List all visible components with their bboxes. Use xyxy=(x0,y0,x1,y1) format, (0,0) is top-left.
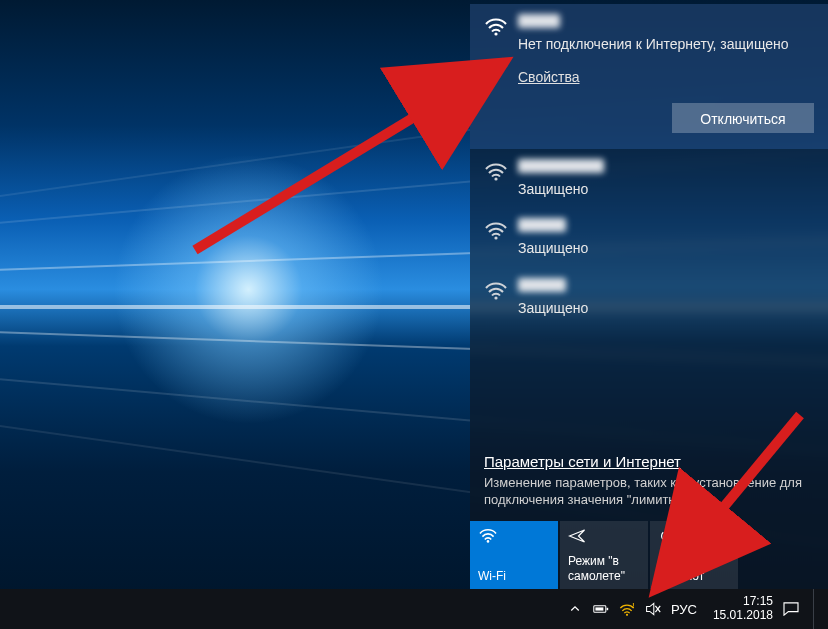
svg-point-5 xyxy=(666,535,669,538)
system-tray: ! РУС 17:15 15.01.2018 xyxy=(567,595,799,623)
tray-chevron-up-icon[interactable] xyxy=(567,601,583,617)
tile-airplane[interactable]: Режим "в самолете" xyxy=(560,521,648,589)
network-item[interactable]: Защищено xyxy=(470,149,828,209)
network-settings-caption: Изменение параметров, таких как установл… xyxy=(484,474,814,509)
volume-muted-icon[interactable] xyxy=(645,601,661,617)
svg-rect-8 xyxy=(595,607,603,610)
network-tray-icon[interactable]: ! xyxy=(619,601,635,617)
svg-rect-7 xyxy=(606,608,608,610)
network-ssid-redacted xyxy=(518,159,604,173)
network-ssid-redacted xyxy=(518,14,560,28)
clock-date: 15.01.2018 xyxy=(713,609,773,623)
tile-label: Мобильный хот-спот xyxy=(658,554,730,583)
tile-label: Режим "в самолете" xyxy=(568,554,640,583)
wifi-icon xyxy=(478,527,550,545)
desktop: Нет подключения к Интернету, защищено Св… xyxy=(0,0,828,629)
action-center-icon[interactable] xyxy=(783,601,799,617)
properties-link[interactable]: Свойства xyxy=(518,68,579,87)
svg-text:!: ! xyxy=(632,602,634,609)
network-list: Нет подключения к Интернету, защищено Св… xyxy=(470,4,828,445)
network-item-current[interactable]: Нет подключения к Интернету, защищено Св… xyxy=(470,4,828,149)
network-status: Защищено xyxy=(518,239,814,258)
svg-point-1 xyxy=(494,177,497,180)
network-status: Нет подключения к Интернету, защищено xyxy=(518,35,814,54)
taskbar: ! РУС 17:15 15.01.2018 xyxy=(0,589,828,629)
network-ssid-redacted xyxy=(518,278,566,292)
svg-point-3 xyxy=(494,297,497,300)
network-settings-block: Параметры сети и Интернет Изменение пара… xyxy=(470,445,828,521)
network-ssid-redacted xyxy=(518,218,566,232)
svg-point-2 xyxy=(494,237,497,240)
battery-icon[interactable] xyxy=(593,601,609,617)
airplane-icon xyxy=(568,527,640,545)
svg-point-0 xyxy=(494,32,497,35)
tile-label: Wi-Fi xyxy=(478,569,550,583)
wifi-icon xyxy=(484,161,508,181)
network-status: Защищено xyxy=(518,180,814,199)
hotspot-icon xyxy=(658,527,730,545)
svg-point-9 xyxy=(626,613,628,615)
quick-tiles: Wi-Fi Режим "в самолете" xyxy=(470,521,828,589)
svg-point-4 xyxy=(487,540,490,543)
network-item[interactable]: Защищено xyxy=(470,208,828,268)
network-settings-link[interactable]: Параметры сети и Интернет xyxy=(484,453,681,470)
wifi-icon xyxy=(484,280,508,300)
show-desktop-button[interactable] xyxy=(813,589,820,629)
wifi-icon xyxy=(484,220,508,240)
tile-hotspot[interactable]: Мобильный хот-спот xyxy=(650,521,738,589)
language-indicator[interactable]: РУС xyxy=(671,602,697,617)
network-item[interactable]: Защищено xyxy=(470,268,828,328)
wifi-icon xyxy=(484,16,508,36)
network-flyout: Нет подключения к Интернету, защищено Св… xyxy=(470,4,828,589)
tile-wifi[interactable]: Wi-Fi xyxy=(470,521,558,589)
disconnect-button[interactable]: Отключиться xyxy=(672,103,814,133)
clock-time: 17:15 xyxy=(713,595,773,609)
network-status: Защищено xyxy=(518,299,814,318)
clock[interactable]: 17:15 15.01.2018 xyxy=(713,595,773,623)
